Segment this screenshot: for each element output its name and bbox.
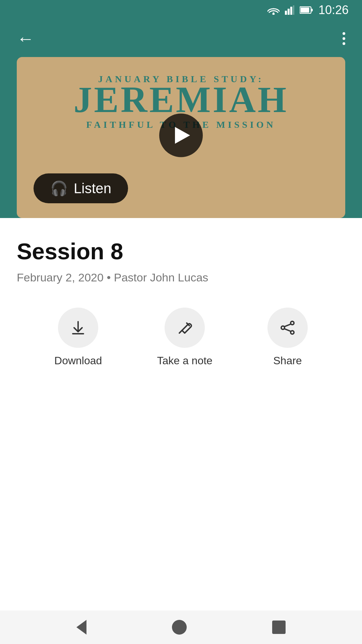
nav-back-button[interactable] [76, 620, 86, 635]
listen-button[interactable]: 🎧 Listen [34, 173, 128, 203]
download-circle [58, 308, 98, 348]
svg-rect-3 [290, 7, 292, 15]
take-note-action[interactable]: Take a note [157, 308, 212, 367]
content-area: Session 8 February 2, 2020 • Pastor John… [0, 218, 362, 380]
share-label: Share [273, 355, 302, 367]
dot-icon [343, 37, 345, 40]
battery-icon [300, 6, 313, 14]
svg-rect-2 [288, 9, 290, 15]
dot-icon [343, 42, 345, 45]
svg-line-15 [284, 324, 291, 327]
nav-home-button[interactable] [172, 620, 187, 635]
svg-line-16 [284, 329, 291, 331]
play-triangle-icon [175, 127, 190, 144]
hero-card: JANUARY BIBLE STUDY: JEREMIAH FAITHFUL T… [17, 57, 345, 218]
listen-label: Listen [74, 180, 111, 197]
share-circle [267, 308, 308, 348]
more-options-button[interactable] [339, 29, 349, 48]
download-action[interactable]: Download [54, 308, 102, 367]
pencil-icon [177, 320, 193, 336]
share-action[interactable]: Share [267, 308, 308, 367]
svg-rect-6 [300, 8, 309, 13]
session-meta: February 2, 2020 • Pastor John Lucas [17, 271, 345, 284]
status-bar: 10:26 [0, 0, 362, 20]
back-button[interactable]: ← [13, 26, 38, 51]
svg-rect-4 [293, 5, 294, 15]
download-label: Download [54, 355, 102, 367]
status-time: 10:26 [318, 3, 349, 17]
share-icon [280, 320, 296, 336]
action-row: Download Take a note [17, 308, 345, 367]
svg-rect-1 [285, 11, 287, 15]
wifi-icon [267, 5, 280, 15]
nav-recents-button[interactable] [272, 621, 286, 634]
play-button[interactable] [159, 114, 203, 157]
nav-bar [0, 610, 362, 644]
status-icons: 10:26 [267, 3, 349, 17]
svg-point-0 [273, 12, 275, 14]
hero-container: JANUARY BIBLE STUDY: JEREMIAH FAITHFUL T… [0, 57, 362, 218]
svg-rect-7 [311, 9, 313, 11]
take-note-circle [165, 308, 205, 348]
download-icon [70, 320, 86, 336]
take-note-label: Take a note [157, 355, 212, 367]
session-title: Session 8 [17, 238, 345, 264]
toolbar: ← [0, 20, 362, 57]
dot-icon [343, 32, 345, 35]
signal-icon [285, 5, 294, 15]
headphone-icon: 🎧 [50, 180, 68, 197]
back-arrow-icon: ← [17, 29, 34, 48]
hero-title: JEREMIAH [74, 81, 289, 118]
